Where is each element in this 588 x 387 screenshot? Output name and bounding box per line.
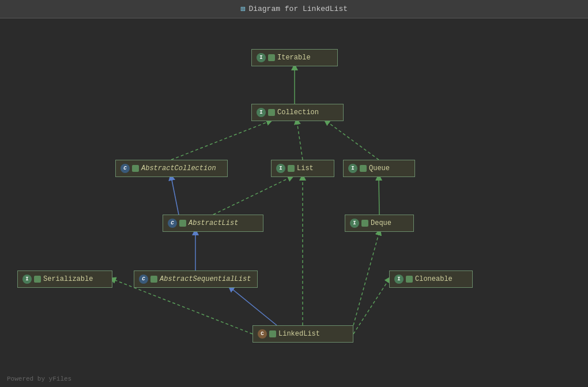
badge-serializable: I	[22, 275, 32, 284]
footer: Powered by yFiles	[7, 375, 71, 382]
badge-deque: I	[350, 219, 359, 228]
label-iterable: Iterable	[277, 54, 311, 62]
type-icon-deque	[361, 220, 368, 227]
svg-line-10	[231, 288, 277, 325]
label-deque: Deque	[371, 219, 391, 227]
label-abstractlist: AbstractList	[189, 219, 238, 227]
badge-cloneable: I	[394, 275, 404, 284]
svg-line-6	[171, 177, 179, 215]
label-list: List	[297, 164, 314, 172]
svg-line-5	[326, 121, 379, 160]
node-collection[interactable]: ICollection	[251, 104, 344, 121]
badge-linkedlist: C	[258, 329, 267, 339]
type-icon-list	[288, 165, 295, 172]
node-abstractsequentiallist[interactable]: CAbstractSequentialList	[134, 270, 258, 288]
node-queue[interactable]: IQueue	[343, 160, 415, 177]
diagram-icon: ⊞	[240, 4, 245, 14]
badge-abstractcollection: C	[120, 164, 130, 173]
type-icon-abstractsequentiallist	[150, 276, 157, 283]
node-iterable[interactable]: IIterable	[251, 49, 338, 66]
title-text: ⊞ Diagram for LinkedList	[240, 4, 348, 14]
type-icon-abstractcollection	[132, 165, 139, 172]
node-deque[interactable]: IDeque	[345, 215, 414, 232]
label-linkedlist: LinkedList	[278, 330, 320, 338]
svg-line-3	[171, 121, 270, 160]
svg-line-7	[213, 177, 291, 215]
type-icon-linkedlist	[269, 330, 276, 337]
label-cloneable: Cloneable	[415, 275, 453, 283]
type-icon-serializable	[34, 276, 41, 283]
badge-abstractlist: C	[168, 219, 177, 228]
node-serializable[interactable]: ISerializable	[17, 270, 112, 288]
node-abstractcollection[interactable]: CAbstractCollection	[115, 160, 228, 177]
type-icon-cloneable	[406, 276, 413, 283]
node-abstractlist[interactable]: CAbstractList	[163, 215, 263, 232]
badge-queue: I	[348, 164, 357, 173]
title-bar: ⊞ Diagram for LinkedList	[0, 0, 588, 18]
label-abstractsequentiallist: AbstractSequentialList	[160, 275, 251, 283]
title-label: Diagram for LinkedList	[248, 5, 348, 13]
badge-abstractsequentiallist: C	[139, 275, 148, 284]
label-queue: Queue	[369, 164, 390, 172]
badge-collection: I	[257, 108, 266, 117]
type-icon-iterable	[268, 54, 275, 61]
type-icon-abstractlist	[179, 220, 186, 227]
label-serializable: Serializable	[43, 275, 93, 283]
svg-line-12	[353, 232, 379, 325]
type-icon-queue	[360, 165, 367, 172]
svg-line-14	[353, 279, 389, 334]
label-collection: Collection	[277, 108, 319, 117]
badge-iterable: I	[257, 53, 266, 62]
svg-line-4	[297, 121, 303, 160]
svg-line-8	[379, 177, 379, 215]
node-cloneable[interactable]: ICloneable	[389, 270, 473, 288]
node-linkedlist[interactable]: CLinkedList	[252, 325, 353, 343]
node-list[interactable]: IList	[271, 160, 334, 177]
label-abstractcollection: AbstractCollection	[141, 164, 216, 172]
badge-list: I	[276, 164, 285, 173]
type-icon-collection	[268, 109, 275, 116]
diagram-area: IIterableICollectionCAbstractCollectionI…	[0, 18, 588, 387]
